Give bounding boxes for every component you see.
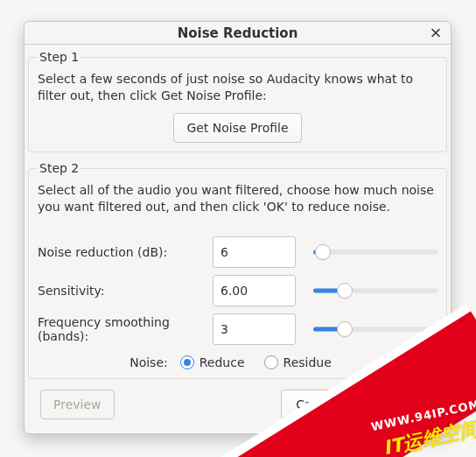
frequency-smoothing-input[interactable] [213,313,296,345]
radio-reduce-label: Reduce [200,355,245,369]
noise-reduction-slider[interactable] [313,243,438,261]
cancel-button[interactable]: Cancel [281,390,353,419]
close-icon [431,28,440,38]
radio-indicator-icon [264,355,278,369]
close-button[interactable] [426,24,445,43]
titlebar: Noise Reduction [24,22,451,45]
param-label: Sensitivity: [38,284,213,298]
param-noise-reduction: Noise reduction (dB): [38,233,438,271]
ok-button[interactable]: OK [363,390,435,419]
radio-indicator-icon [180,355,194,369]
param-label: Frequency smoothing (bands): [38,315,213,343]
sensitivity-input[interactable] [213,275,296,306]
step2-group: Step 2 Select all of the audio you want … [28,161,447,379]
radio-reduce[interactable]: Reduce [180,355,245,369]
dialog-footer: Preview Cancel OK [26,383,449,432]
step1-group: Step 1 Select a few seconds of just nois… [28,50,447,152]
step2-legend: Step 2 [38,161,80,175]
get-noise-profile-button[interactable]: Get Noise Profile [173,113,301,143]
noise-reduction-dialog: Noise Reduction Step 1 Select a few seco… [24,21,452,434]
params: Noise reduction (dB): Sensitivity: [38,233,438,348]
sensitivity-slider[interactable] [313,282,438,299]
noise-reduction-input[interactable] [213,236,296,268]
radio-residue[interactable]: Residue [264,355,332,369]
step1-legend: Step 1 [38,50,80,64]
step1-instructions: Select a few seconds of just noise so Au… [38,71,438,104]
dialog-content: Step 1 Select a few seconds of just nois… [24,45,451,433]
dialog-title: Noise Reduction [178,25,298,41]
noise-mode-label: Noise: [130,355,168,369]
frequency-smoothing-slider[interactable] [313,320,438,338]
param-frequency-smoothing: Frequency smoothing (bands): [38,310,438,348]
radio-residue-label: Residue [284,355,332,369]
noise-mode-row: Noise: Reduce Residue [38,355,438,369]
param-label: Noise reduction (dB): [38,245,213,259]
step2-instructions: Select all of the audio you want filtere… [38,182,438,215]
param-sensitivity: Sensitivity: [38,271,438,310]
preview-button[interactable]: Preview [40,390,115,419]
